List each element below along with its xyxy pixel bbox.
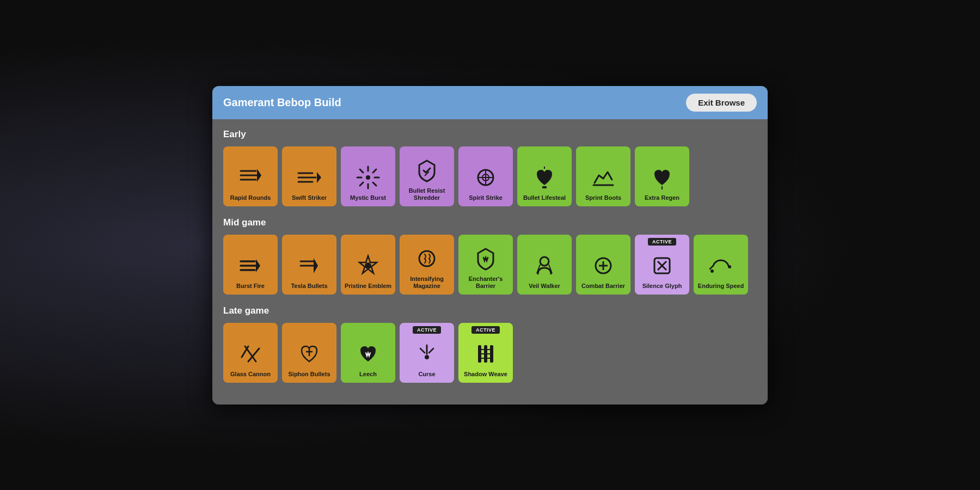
- item-card-enchanters-barrier[interactable]: Enchanter's Barrier: [458, 235, 513, 295]
- section-title-late: Late game: [223, 305, 757, 316]
- item-name-extra-regen: Extra Regen: [642, 194, 682, 201]
- curse-icon: [412, 339, 442, 369]
- item-card-bullet-lifesteal[interactable]: Bullet Lifesteal: [517, 146, 572, 206]
- svg-line-14: [373, 182, 376, 186]
- extra-regen-icon: [647, 163, 677, 192]
- bullet-lifesteal-icon: [530, 163, 559, 192]
- item-name-burst-fire: Burst Fire: [234, 283, 267, 290]
- item-card-enduring-speed[interactable]: Enduring Speed: [694, 235, 748, 295]
- svg-point-53: [425, 355, 429, 359]
- svg-line-44: [710, 266, 713, 269]
- item-name-spirit-strike: Spirit Strike: [467, 194, 505, 201]
- modal-title: Gamerant Bebop Build: [223, 96, 341, 109]
- svg-line-54: [420, 348, 425, 353]
- svg-point-35: [540, 257, 549, 266]
- svg-point-45: [710, 270, 714, 273]
- item-name-bullet-lifesteal: Bullet Lifesteal: [521, 194, 568, 201]
- item-name-pristine-emblem: Pristine Emblem: [342, 283, 394, 290]
- item-card-glass-cannon[interactable]: Glass Cannon: [223, 323, 278, 383]
- item-card-veil-walker[interactable]: Veil Walker: [517, 235, 572, 295]
- section-title-mid: Mid game: [223, 217, 757, 228]
- item-card-leech[interactable]: Leech: [341, 323, 395, 383]
- items-row-early: Rapid RoundsSwift StrikerMystic BurstBul…: [223, 146, 757, 206]
- item-card-silence-glyph[interactable]: ACTIVESilence Glyph: [635, 235, 689, 295]
- modal-header: Gamerant Bebop Build Exit Browse: [212, 86, 768, 119]
- item-name-intensifying-magazine: Intensifying Magazine: [400, 275, 454, 290]
- leech-icon: [353, 339, 383, 369]
- svg-point-34: [419, 251, 434, 266]
- enduring-speed-icon: [706, 251, 736, 280]
- siphon-bullets-icon: [295, 339, 324, 369]
- svg-marker-3: [257, 169, 261, 182]
- item-name-shadow-weave: Shadow Weave: [462, 371, 510, 378]
- section-late: Late gameGlass CannonSiphon BulletsLeech…: [223, 305, 757, 383]
- item-name-swift-striker: Swift Striker: [290, 194, 329, 201]
- item-name-rapid-rounds: Rapid Rounds: [228, 194, 273, 201]
- item-card-shadow-weave[interactable]: ACTIVEShadow Weave: [458, 323, 513, 383]
- section-mid: Mid gameBurst FireTesla BulletsPristine …: [223, 217, 757, 295]
- item-card-siphon-bullets[interactable]: Siphon Bullets: [282, 323, 336, 383]
- item-name-glass-cannon: Glass Cannon: [228, 371, 273, 378]
- item-card-combat-barrier[interactable]: Combat Barrier: [576, 235, 630, 295]
- item-name-veil-walker: Veil Walker: [526, 283, 562, 290]
- svg-line-55: [429, 348, 433, 353]
- item-card-sprint-boots[interactable]: Sprint Boots: [576, 146, 630, 206]
- item-name-leech: Leech: [357, 371, 379, 378]
- item-card-mystic-burst[interactable]: Mystic Burst: [341, 146, 395, 206]
- svg-line-16: [360, 182, 363, 186]
- glass-cannon-icon: [236, 339, 265, 369]
- svg-point-46: [728, 265, 731, 268]
- item-name-mystic-burst: Mystic Burst: [348, 194, 388, 201]
- item-card-intensifying-magazine[interactable]: Intensifying Magazine: [400, 235, 454, 295]
- item-card-burst-fire[interactable]: Burst Fire: [223, 235, 278, 295]
- item-name-silence-glyph: Silence Glyph: [640, 283, 684, 290]
- item-name-tesla-bullets: Tesla Bullets: [289, 283, 329, 290]
- combat-barrier-icon: [589, 251, 618, 280]
- active-badge: ACTIVE: [413, 326, 441, 334]
- svg-marker-7: [317, 172, 321, 183]
- item-card-rapid-rounds[interactable]: Rapid Rounds: [223, 146, 278, 206]
- bullet-resist-shredder-icon: [412, 156, 442, 185]
- section-early: EarlyRapid RoundsSwift StrikerMystic Bur…: [223, 129, 757, 206]
- veil-walker-icon: [530, 251, 559, 280]
- item-name-bullet-resist-shredder: Bullet Resist Shredder: [400, 187, 454, 201]
- svg-point-33: [365, 262, 371, 269]
- svg-rect-23: [542, 186, 547, 188]
- enchanters-barrier-icon: [471, 244, 500, 273]
- items-row-late: Glass CannonSiphon BulletsLeechACTIVECur…: [223, 323, 757, 383]
- item-name-curse: Curse: [416, 371, 437, 378]
- rapid-rounds-icon: [236, 163, 265, 192]
- item-card-swift-striker[interactable]: Swift Striker: [282, 146, 336, 206]
- item-card-curse[interactable]: ACTIVECurse: [400, 323, 454, 383]
- section-title-early: Early: [223, 129, 757, 140]
- item-name-enchanters-barrier: Enchanter's Barrier: [458, 275, 513, 290]
- modal-body: EarlyRapid RoundsSwift StrikerMystic Bur…: [212, 119, 768, 405]
- swift-striker-icon: [295, 163, 324, 192]
- exit-browse-button[interactable]: Exit Browse: [686, 94, 757, 112]
- item-card-extra-regen[interactable]: Extra Regen: [635, 146, 689, 206]
- item-name-combat-barrier: Combat Barrier: [579, 283, 627, 290]
- modal-overlay: Gamerant Bebop Build Exit Browse EarlyRa…: [212, 86, 768, 405]
- item-card-bullet-resist-shredder[interactable]: Bullet Resist Shredder: [400, 146, 454, 206]
- active-badge: ACTIVE: [648, 238, 676, 246]
- svg-line-15: [373, 169, 376, 173]
- intensifying-magazine-icon: [412, 244, 442, 273]
- svg-line-13: [360, 169, 363, 173]
- item-name-sprint-boots: Sprint Boots: [583, 194, 623, 201]
- item-card-tesla-bullets[interactable]: Tesla Bullets: [282, 235, 336, 295]
- mystic-burst-icon: [353, 163, 383, 192]
- spirit-strike-icon: [471, 163, 500, 192]
- item-name-enduring-speed: Enduring Speed: [696, 283, 746, 290]
- tesla-bullets-icon: [295, 251, 324, 280]
- item-card-spirit-strike[interactable]: Spirit Strike: [458, 146, 513, 206]
- items-row-mid: Burst FireTesla BulletsPristine EmblemIn…: [223, 235, 757, 295]
- item-card-pristine-emblem[interactable]: Pristine Emblem: [341, 235, 395, 295]
- svg-line-47: [242, 346, 248, 357]
- item-name-siphon-bullets: Siphon Bullets: [286, 371, 333, 378]
- svg-point-8: [366, 175, 370, 180]
- pristine-emblem-icon: [353, 251, 383, 280]
- shadow-weave-icon: [471, 339, 500, 369]
- svg-marker-29: [256, 259, 260, 272]
- svg-marker-32: [314, 258, 318, 273]
- active-badge: ACTIVE: [471, 326, 500, 334]
